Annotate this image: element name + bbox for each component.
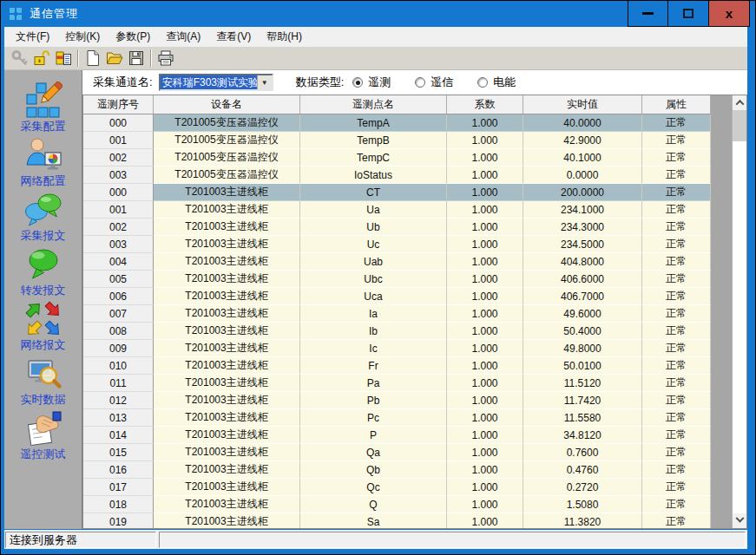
- table-row[interactable]: 002T201003主进线柜Ub1.000234.3000正常: [83, 219, 711, 236]
- table-cell: T201003主进线柜: [154, 236, 300, 253]
- table-cell: 正常: [642, 305, 711, 323]
- open-file-button[interactable]: [103, 48, 125, 69]
- minimize-button[interactable]: [628, 1, 668, 27]
- print-button[interactable]: [154, 48, 176, 69]
- table-row[interactable]: 015T201003主进线柜Qa1.0000.7600正常: [83, 444, 711, 461]
- table-row[interactable]: 006T201003主进线柜Uca1.000406.7000正常: [83, 288, 711, 305]
- table-row[interactable]: 018T201003主进线柜Q1.0001.5080正常: [83, 496, 711, 513]
- menu-item-2[interactable]: 参数(P): [108, 27, 158, 47]
- table-row[interactable]: 013T201003主进线柜Pc1.00011.5580正常: [83, 409, 711, 427]
- table-row[interactable]: 000T201003主进线柜CT1.000200.0000正常: [83, 184, 711, 201]
- save-button[interactable]: [125, 48, 147, 69]
- title-bar[interactable]: 通信管理 x: [1, 1, 755, 27]
- new-file-button[interactable]: [82, 48, 103, 69]
- row-index-cell: 001: [83, 132, 154, 149]
- table-row[interactable]: 016T201003主进线柜Qb1.0000.4760正常: [83, 461, 711, 479]
- sidebar-item-4[interactable]: 网络报文: [4, 300, 82, 355]
- radio-data-type-2[interactable]: 电能: [477, 75, 516, 90]
- table-header-row: 遥测序号设备名遥测点名系数实时值属性: [83, 95, 711, 114]
- table-row[interactable]: 004T201003主进线柜Uab1.000404.8000正常: [83, 253, 711, 271]
- column-header-1[interactable]: 设备名: [154, 95, 300, 114]
- table-row[interactable]: 019T201003主进线柜Sa1.00011.3820正常: [83, 513, 711, 528]
- menu-item-3[interactable]: 查询(A): [158, 27, 208, 47]
- row-index-cell: 001: [83, 201, 154, 219]
- table-row[interactable]: 007T201003主进线柜Ia1.00049.6000正常: [83, 305, 711, 323]
- key-button[interactable]: [9, 48, 30, 69]
- vertical-scrollbar[interactable]: [732, 95, 746, 528]
- table-cell: 49.8000: [523, 340, 642, 357]
- table-cell: 1.000: [447, 236, 523, 253]
- scrollbar-track[interactable]: [733, 141, 746, 513]
- sidebar-item-0[interactable]: 采集配置: [4, 82, 82, 136]
- table-row[interactable]: 010T201003主进线柜Fr1.00050.0100正常: [83, 357, 711, 375]
- sidebar-item-2[interactable]: 采集报文: [4, 191, 82, 245]
- chevron-down-icon[interactable]: ▼: [257, 75, 272, 89]
- table-cell: T201003主进线柜: [154, 357, 300, 375]
- table-row[interactable]: 003T201003主进线柜Uc1.000234.5000正常: [83, 236, 711, 253]
- unlock-button[interactable]: [30, 48, 52, 69]
- table-cell: Q: [300, 496, 447, 513]
- table-row[interactable]: 001T201005变压器温控仪TempB1.00042.9000正常: [83, 132, 711, 149]
- table-row[interactable]: 002T201005变压器温控仪TempC1.00040.1000正常: [83, 149, 711, 166]
- table-cell: 40.1000: [523, 149, 642, 166]
- sidebar-item-5[interactable]: 实时数据: [4, 355, 82, 409]
- channel-label: 采集通道名:: [93, 75, 153, 90]
- sidebar-item-1[interactable]: 网络配置: [4, 136, 82, 191]
- radio-data-type-1[interactable]: 遥信: [415, 75, 453, 90]
- column-header-5[interactable]: 属性: [642, 95, 711, 114]
- table-cell: 正常: [642, 132, 711, 149]
- tool-bar: [4, 47, 747, 70]
- table-row[interactable]: 005T201003主进线柜Ubc1.000406.6000正常: [83, 271, 711, 288]
- column-header-3[interactable]: 系数: [447, 95, 523, 114]
- table-cell: 40.0000: [523, 114, 642, 132]
- window-body: 文件(F)控制(K)参数(P)查询(A)查看(V)帮助(H) 采集配置网络配置采…: [1, 27, 755, 554]
- table-row[interactable]: 003T201005变压器温控仪IoStatus1.0000.0000正常: [83, 166, 711, 184]
- table-cell: Uc: [300, 236, 447, 253]
- table-cell: Uca: [300, 288, 447, 305]
- config-tool-button[interactable]: [52, 48, 74, 69]
- menu-item-5[interactable]: 帮助(H): [259, 27, 310, 47]
- table-row[interactable]: 008T201003主进线柜Ib1.00050.4000正常: [83, 323, 711, 340]
- scroll-down-button[interactable]: [733, 513, 746, 528]
- table-cell: Ub: [300, 219, 447, 236]
- column-header-0[interactable]: 遥测序号: [83, 95, 154, 114]
- table-row[interactable]: 000T201005变压器温控仪TempA1.00040.0000正常: [83, 114, 711, 132]
- menu-item-0[interactable]: 文件(F): [8, 27, 57, 47]
- table-cell: 1.000: [447, 166, 523, 184]
- row-index-cell: 018: [83, 496, 154, 513]
- table-cell: 1.000: [447, 323, 523, 340]
- column-header-2[interactable]: 遥测点名: [300, 95, 447, 114]
- radio-data-type-0[interactable]: 遥测: [352, 75, 391, 90]
- table-row[interactable]: 001T201003主进线柜Ua1.000234.1000正常: [83, 201, 711, 219]
- sidebar-item-6[interactable]: 遥控测试: [4, 409, 82, 464]
- menu-item-1[interactable]: 控制(K): [57, 27, 108, 47]
- table-row[interactable]: 014T201003主进线柜P1.00034.8120正常: [83, 427, 711, 444]
- table-cell: Qa: [300, 444, 447, 461]
- status-panel-empty: [159, 532, 746, 548]
- sidebar-item-3[interactable]: 转发报文: [4, 245, 82, 300]
- scrollbar-thumb[interactable]: [733, 110, 746, 141]
- table-row[interactable]: 012T201003主进线柜Pb1.00011.7420正常: [83, 392, 711, 409]
- table-cell: Qb: [300, 461, 447, 479]
- scroll-up-button[interactable]: [733, 95, 746, 110]
- channel-combobox[interactable]: 安科瑞F303测试实验室 ▼: [159, 74, 273, 91]
- table-cell: 正常: [642, 496, 711, 513]
- table-cell: Pb: [300, 392, 447, 409]
- table-cell: T201003主进线柜: [154, 201, 300, 219]
- data-type-radio-group: 遥测遥信电能: [352, 75, 540, 90]
- column-header-4[interactable]: 实时值: [523, 95, 642, 114]
- table-cell: 正常: [642, 357, 711, 375]
- close-button[interactable]: x: [709, 1, 750, 27]
- sidebar-item-label: 遥控测试: [21, 447, 66, 461]
- row-index-cell: 000: [83, 184, 154, 201]
- table-row[interactable]: 017T201003主进线柜Qc1.0000.2720正常: [83, 479, 711, 496]
- table-cell: 正常: [642, 184, 711, 201]
- row-index-cell: 007: [83, 305, 154, 323]
- table-cell: 1.000: [447, 271, 523, 288]
- table-cell: 11.7420: [523, 392, 642, 409]
- maximize-button[interactable]: [668, 1, 709, 27]
- table-row[interactable]: 009T201003主进线柜Ic1.00049.8000正常: [83, 340, 711, 357]
- print-icon: [157, 49, 174, 67]
- table-row[interactable]: 011T201003主进线柜Pa1.00011.5120正常: [83, 375, 711, 392]
- menu-item-4[interactable]: 查看(V): [208, 27, 259, 47]
